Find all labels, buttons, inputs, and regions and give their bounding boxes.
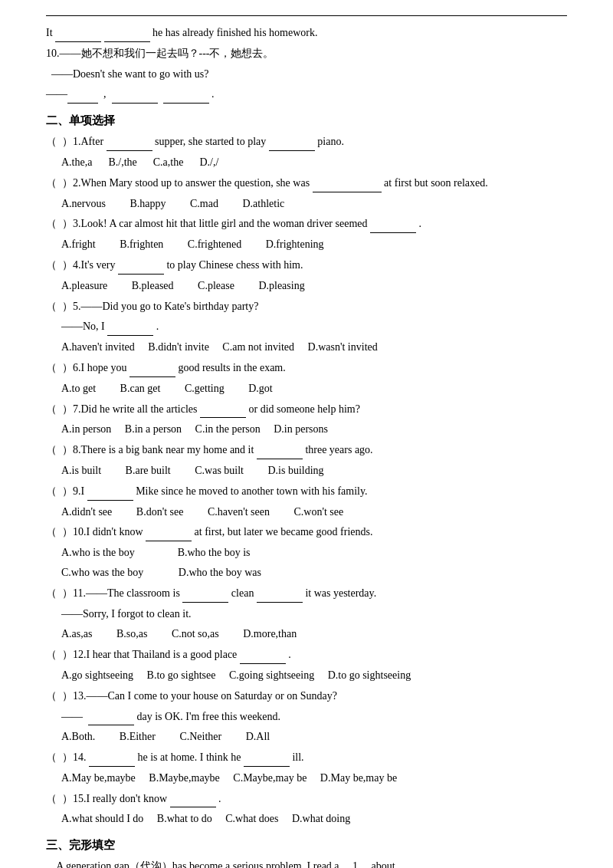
q13-subtext: —— day is OK. I'm free this weekend. [61, 708, 567, 726]
q5-options: A.haven't invited B.didn't invite C.am n… [61, 338, 567, 357]
blank-4 [112, 91, 158, 104]
q15-options: A.what should I do B.what to do C.what d… [61, 810, 567, 828]
intro-section: It he has already finished his homework.… [46, 24, 567, 104]
q3-options: A.fright B.frighten C.frightened D.frigh… [61, 235, 567, 254]
section3-text: A generation gap（代沟）has become a serious… [46, 857, 567, 868]
blank-5 [163, 91, 209, 104]
question-10: （ ）10.I didn't know at first, but later … [46, 523, 567, 541]
q10-options-2: C.who was the boy D.who the boy was [61, 564, 567, 582]
intro-line1: It he has already finished his homework. [46, 24, 567, 42]
q9-blank [87, 488, 133, 501]
section2-title: 二、单项选择 [46, 111, 567, 130]
q11-options: A.as,as B.so,as C.not so,as D.more,than [61, 625, 567, 643]
q11-blank2 [257, 590, 303, 603]
q8-blank [257, 447, 303, 459]
question-15: （ ）15.I really don't know . [46, 790, 567, 808]
q13-blank [88, 713, 134, 725]
q14-options: A.May be,maybe B.Maybe,maybe C.Maybe,may… [61, 769, 567, 787]
q8-options: A.is built B.are built C.was built D.is … [61, 462, 567, 480]
blank-1 [55, 30, 101, 42]
question-2: （ ）2.When Mary stood up to answer the qu… [46, 174, 567, 192]
q12-blank [240, 652, 286, 664]
q4-options: A.pleasure B.pleased C.please D.pleasing [61, 277, 567, 295]
question-12: （ ）12.I hear that Thailand is a good pla… [46, 646, 567, 664]
question-13: （ ）13.——Can I come to your house on Satu… [46, 687, 567, 705]
q10-options-1: A.who is the boy B.who the boy is [61, 544, 567, 562]
question-3: （ ）3.Look! A car almost hit that little … [46, 215, 567, 233]
question-14: （ ）14. he is at home. I think he ill. [46, 748, 567, 767]
q15-blank [170, 795, 216, 807]
q10-english: ——Doesn't she want to go with us? [46, 65, 567, 84]
q1-options: A.the,a B./,the C.a,the D./,/ [61, 153, 567, 172]
q1-blank1 [107, 139, 152, 151]
q14-blank2 [244, 755, 290, 767]
question-9: （ ）9.I Mike since he moved to another to… [46, 482, 567, 501]
q7-options: A.in person B.in a person C.in the perso… [61, 420, 567, 439]
q2-blank [313, 180, 382, 192]
q11-blank1 [182, 590, 228, 603]
blank-3 [67, 91, 98, 104]
q4-blank [118, 262, 164, 275]
question-4: （ ）4.It's very to play Chinese chess wit… [46, 256, 567, 275]
question-7: （ ）7.Did he write all the articles or di… [46, 400, 567, 419]
q12-options: A.go sightseeing B.to go sightsee C.goin… [61, 666, 567, 685]
q9-options: A.didn't see B.don't see C.haven't seen … [61, 503, 567, 521]
q7-blank [200, 406, 246, 418]
question-5: （ ）5.——Did you go to Kate's birthday par… [46, 298, 567, 316]
q6-blank [129, 365, 175, 377]
q11-subtext: ——Sorry, I forgot to clean it. [61, 605, 567, 623]
q10-chinese: 10.——她不想和我们一起去吗？---不，她想去。 [46, 44, 567, 63]
question-6: （ ）6.I hope you good results in the exam… [46, 359, 567, 377]
blank-2 [104, 30, 150, 42]
q6-options: A.to get B.can get C.getting D.got [61, 380, 567, 398]
q10-answer: —— , . [46, 85, 567, 104]
q14-blank1 [89, 755, 135, 767]
q3-blank [370, 221, 416, 233]
top-divider [46, 15, 567, 16]
q2-options: A.nervous B.happy C.mad D.athletic [61, 195, 567, 213]
question-1: （ ）1.After supper, she started to play p… [46, 133, 567, 151]
q10-blank [146, 529, 192, 541]
q5-subtext: ——No, I . [61, 317, 567, 336]
section3-title: 三、完形填空 [46, 836, 567, 854]
q5-blank [107, 324, 153, 336]
q1-blank2 [269, 139, 315, 151]
q13-options: A.Both. B.Either C.Neither D.All [61, 728, 567, 746]
question-8: （ ）8.There is a big bank near my home an… [46, 441, 567, 459]
question-11: （ ）11.——The classroom is clean it was ye… [46, 584, 567, 603]
